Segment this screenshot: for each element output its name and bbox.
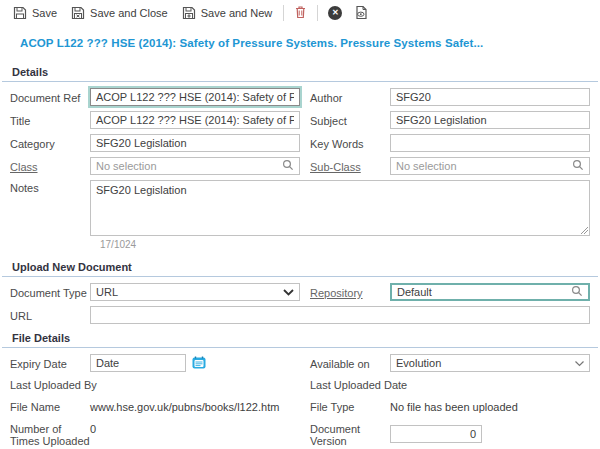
subject-input[interactable]: SFG20 Legislation [390, 111, 590, 129]
info-row: Last Uploaded By Last Uploaded Date [0, 377, 600, 391]
circle-x-icon: ✕ [328, 6, 342, 20]
title-input[interactable]: ACOP L122 ??? HSE (2014): Safety of Pres… [90, 111, 300, 129]
info-row: File Name www.hse.gov.uk/pubns/books/l12… [0, 399, 600, 413]
available-on-label: Available on [310, 356, 390, 370]
notes-textarea[interactable]: SFG20 Legislation [90, 180, 590, 236]
file-type-label: File Type [310, 399, 390, 413]
expiry-date-input[interactable]: Date [90, 354, 186, 372]
form-row: Class No selection Sub-Class No selectio… [0, 157, 600, 175]
search-icon[interactable] [572, 159, 584, 173]
document-ref-label: Document Ref [10, 90, 90, 104]
document-type-label: Document Type [10, 285, 90, 299]
file-name-label: File Name [10, 399, 90, 413]
repository-lookup-input[interactable]: Default [390, 283, 590, 301]
document-eye-icon [354, 5, 368, 22]
form-row: URL [0, 306, 600, 324]
document-type-select[interactable]: URL [90, 283, 300, 301]
save-new-icon [182, 6, 196, 20]
notes-char-counter: 17/1024 [0, 238, 600, 254]
form-row: Notes SFG20 Legislation [0, 180, 600, 236]
author-label: Author [310, 90, 390, 104]
document-version-input[interactable]: 0 [390, 425, 482, 443]
save-and-new-button-label: Save and New [201, 7, 273, 19]
key-words-input[interactable] [390, 134, 590, 152]
save-button[interactable]: Save [6, 4, 64, 22]
document-version-label: Document Version [310, 421, 390, 447]
page-title: ACOP L122 ??? HSE (2014): Safety of Pres… [0, 26, 600, 59]
category-input[interactable]: SFG20 Legislation [90, 134, 300, 152]
author-input[interactable]: SFG20 [390, 88, 590, 106]
last-uploaded-date-label: Last Uploaded Date [310, 377, 407, 391]
toolbar-separator [283, 5, 284, 21]
form-row: Title ACOP L122 ??? HSE (2014): Safety o… [0, 111, 600, 129]
save-and-close-button-label: Save and Close [90, 7, 168, 19]
calendar-icon[interactable] [192, 356, 206, 371]
repository-link[interactable]: Repository [310, 285, 390, 299]
class-lookup-input[interactable]: No selection [90, 157, 300, 175]
file-name-value: www.hse.gov.uk/pubns/books/l122.htm [90, 399, 279, 413]
sub-class-link[interactable]: Sub-Class [310, 159, 390, 173]
file-type-value: No file has been uploaded [390, 399, 518, 413]
form-row: Document Type URL Repository Default [0, 283, 600, 301]
category-label: Category [10, 136, 90, 150]
notes-label: Notes [10, 180, 90, 236]
form-row: Category SFG20 Legislation Key Words [0, 134, 600, 152]
search-icon[interactable] [571, 285, 583, 299]
chevron-down-icon [575, 357, 584, 369]
preview-document-button[interactable] [348, 3, 374, 24]
info-row: Number of Times Uploaded 0 Document Vers… [0, 421, 600, 447]
file-details-section-header: File Details [2, 329, 598, 348]
key-words-label: Key Words [310, 136, 390, 150]
search-icon[interactable] [282, 159, 294, 173]
toolbar-separator [317, 5, 318, 21]
save-and-close-button[interactable]: Save and Close [64, 4, 175, 22]
available-on-select[interactable]: Evolution [390, 354, 590, 372]
sub-class-lookup-input[interactable]: No selection [390, 157, 590, 175]
save-icon [13, 6, 27, 20]
expiry-date-label: Expiry Date [10, 356, 90, 370]
cancel-button[interactable]: ✕ [322, 4, 348, 22]
times-uploaded-value: 0 [90, 421, 96, 435]
delete-button[interactable] [288, 3, 313, 23]
last-uploaded-by-label: Last Uploaded By [10, 377, 97, 391]
document-ref-input[interactable]: ACOP L122 ??? HSE (2014): Safety of Pres… [90, 88, 300, 106]
trash-icon [294, 5, 307, 21]
upload-section-header: Upload New Document [2, 258, 598, 277]
form-row: Expiry Date Date Available on Evolution [0, 354, 600, 372]
subject-label: Subject [310, 113, 390, 127]
toolbar: Save Save and Close Save and New ✕ [0, 0, 600, 26]
details-section-header: Details [2, 63, 598, 82]
url-input[interactable] [90, 306, 590, 324]
chevron-down-icon [283, 286, 294, 298]
form-row: Document Ref ACOP L122 ??? HSE (2014): S… [0, 88, 600, 106]
save-and-new-button[interactable]: Save and New [175, 4, 280, 22]
save-close-icon [71, 6, 85, 20]
times-uploaded-label: Number of Times Uploaded [10, 421, 90, 447]
save-button-label: Save [32, 7, 57, 19]
url-label: URL [10, 308, 90, 322]
class-link[interactable]: Class [10, 159, 90, 173]
title-label: Title [10, 113, 90, 127]
